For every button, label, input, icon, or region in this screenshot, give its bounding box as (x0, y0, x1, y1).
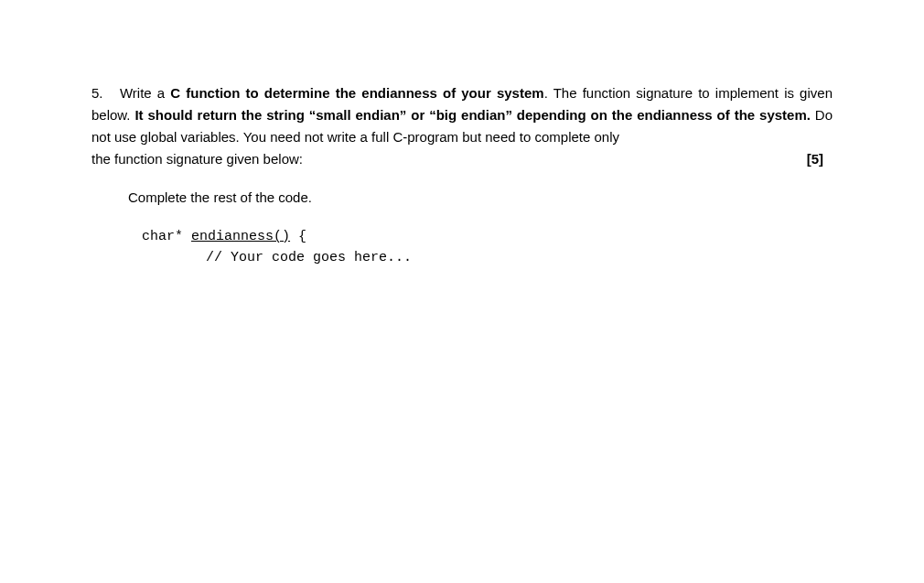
code-line-2: // Your code goes here... (206, 248, 833, 269)
code-block: char* endianness() { // Your code goes h… (142, 227, 833, 268)
question-bold1: C function to determine the endianness o… (170, 85, 543, 101)
question-bold2: It should return the string “small endia… (134, 107, 810, 123)
question-block: 5. Write a C function to determine the e… (91, 82, 833, 268)
question-points: [5] (807, 148, 833, 170)
question-part1: Write a (120, 85, 170, 101)
instruction-text: Complete the rest of the code. (128, 187, 833, 209)
points-line: the function signature given below: [5] (91, 148, 833, 170)
code-funcname: endianness() (191, 229, 290, 244)
question-text: 5. Write a C function to determine the e… (91, 82, 833, 148)
code-prefix: char* (142, 229, 191, 244)
code-line-1: char* endianness() { (142, 227, 833, 248)
question-lastline: the function signature given below: (91, 148, 807, 170)
code-brace: { (290, 229, 306, 244)
question-number: 5. (91, 85, 103, 101)
